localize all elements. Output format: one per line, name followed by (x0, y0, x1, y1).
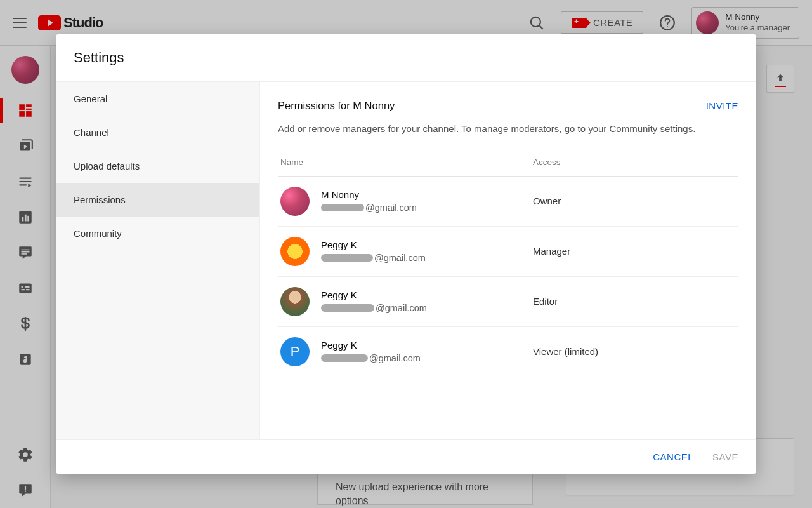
col-access: Access (533, 157, 736, 167)
youtube-icon (38, 15, 61, 30)
user-info: Peggy K@gmail.com (321, 340, 533, 363)
sidebar-item-channel[interactable]: Channel (56, 116, 259, 149)
table-row[interactable]: Peggy K@gmail.comEditor (278, 277, 738, 327)
svg-point-0 (531, 17, 540, 26)
svg-rect-7 (19, 111, 25, 117)
settings-sidebar: General Channel Upload defaults Permissi… (56, 82, 260, 439)
access-level: Editor (533, 296, 736, 307)
create-label: CREATE (593, 17, 632, 28)
permissions-table: Name Access M Nonny@gmail.comOwnerPeggy … (278, 157, 738, 377)
svg-rect-4 (19, 104, 25, 110)
user-info: M Nonny@gmail.com (321, 189, 533, 213)
table-row[interactable]: M Nonny@gmail.comOwner (278, 177, 738, 227)
rail-monetization-icon[interactable] (0, 306, 51, 342)
cancel-button[interactable]: CANCEL (653, 451, 693, 462)
access-level: Owner (533, 196, 736, 206)
redacted-span (321, 204, 364, 211)
modal-title: Settings (74, 50, 738, 66)
svg-rect-19 (21, 250, 29, 251)
rail-analytics-icon[interactable] (0, 199, 51, 235)
topbar-right: CREATE M Nonny You're a manager (524, 7, 799, 39)
user-name: Peggy K (321, 290, 533, 300)
channel-avatar[interactable] (11, 56, 39, 84)
save-button[interactable]: SAVE (712, 451, 738, 462)
user-email: @gmail.com (321, 253, 533, 263)
redacted-span (321, 304, 374, 312)
camera-plus-icon (572, 18, 587, 28)
permissions-description: Add or remove managers for your channel.… (278, 122, 738, 136)
avatar (280, 237, 310, 266)
help-icon[interactable] (655, 10, 680, 36)
svg-rect-28 (24, 486, 25, 490)
sidebar-item-community[interactable]: Community (56, 217, 259, 250)
avatar (280, 187, 310, 216)
logo-text: Studio (63, 15, 103, 31)
search-icon[interactable] (524, 10, 549, 36)
svg-line-1 (539, 25, 542, 29)
access-level: Manager (533, 246, 736, 257)
strip-text: New upload experience with more options (336, 481, 488, 506)
invite-button[interactable]: INVITE (706, 100, 738, 111)
modal-header: Settings (56, 34, 756, 82)
svg-point-3 (667, 26, 668, 27)
table-row[interactable]: Peggy K@gmail.comManager (278, 227, 738, 277)
rail-videos-icon[interactable] (0, 128, 51, 164)
svg-rect-16 (22, 217, 23, 222)
svg-marker-14 (28, 184, 31, 187)
studio-logo[interactable]: Studio (38, 15, 103, 31)
svg-rect-26 (24, 286, 29, 288)
avatar: P (280, 337, 310, 366)
rail-playlists-icon[interactable] (0, 164, 51, 199)
account-role: You're a manager (725, 23, 790, 33)
permissions-header: Permissions for M Nonny INVITE (278, 100, 738, 112)
upload-exp-strip: New upload experience with more options (317, 473, 533, 505)
email-suffix: @gmail.com (369, 353, 421, 363)
svg-rect-23 (21, 289, 24, 290)
rail-feedback-icon[interactable] (0, 472, 51, 508)
account-meta: M Nonny You're a manager (725, 12, 790, 33)
sidebar-item-upload-defaults[interactable]: Upload defaults (56, 149, 259, 183)
redacted-span (321, 254, 373, 262)
svg-rect-8 (26, 111, 32, 117)
rail-dashboard-icon[interactable] (0, 93, 51, 128)
email-suffix: @gmail.com (365, 203, 417, 213)
svg-rect-29 (24, 491, 25, 492)
account-name: M Nonny (725, 12, 790, 23)
svg-rect-25 (21, 286, 23, 288)
svg-rect-18 (27, 216, 29, 222)
redacted-span (321, 354, 368, 362)
hamburger-menu-icon[interactable] (13, 18, 27, 28)
sidebar-item-permissions[interactable]: Permissions (56, 183, 259, 217)
user-name: Peggy K (321, 340, 533, 351)
user-email: @gmail.com (321, 303, 533, 313)
permissions-heading: Permissions for M Nonny (278, 100, 395, 112)
email-suffix: @gmail.com (376, 303, 427, 313)
rail-audio-icon[interactable] (0, 342, 51, 377)
create-button[interactable]: CREATE (561, 11, 643, 34)
rail-subtitles-icon[interactable] (0, 271, 51, 306)
rail-comments-icon[interactable] (0, 235, 51, 271)
svg-rect-24 (26, 289, 29, 290)
email-suffix: @gmail.com (374, 253, 426, 263)
col-name: Name (280, 157, 533, 167)
settings-modal: Settings General Channel Upload defaults… (56, 34, 756, 474)
modal-body: General Channel Upload defaults Permissi… (56, 82, 756, 439)
avatar (696, 11, 719, 34)
svg-rect-6 (26, 109, 32, 110)
table-row[interactable]: PPeggy K@gmail.comViewer (limited) (278, 327, 738, 377)
sidebar-item-general[interactable]: General (56, 82, 259, 116)
account-chip[interactable]: M Nonny You're a manager (691, 7, 799, 39)
upload-shortcut-card[interactable] (766, 65, 794, 93)
svg-rect-17 (24, 215, 26, 222)
modal-footer: CANCEL SAVE (56, 439, 756, 474)
left-rail (0, 46, 51, 508)
avatar (280, 287, 310, 316)
svg-rect-21 (21, 253, 27, 255)
settings-main: Permissions for M Nonny INVITE Add or re… (260, 82, 756, 439)
user-email: @gmail.com (321, 203, 533, 213)
user-info: Peggy K@gmail.com (321, 239, 533, 263)
rail-settings-icon[interactable] (0, 437, 51, 472)
user-info: Peggy K@gmail.com (321, 290, 533, 313)
topbar-left: Studio (13, 15, 103, 31)
svg-rect-22 (19, 283, 32, 293)
